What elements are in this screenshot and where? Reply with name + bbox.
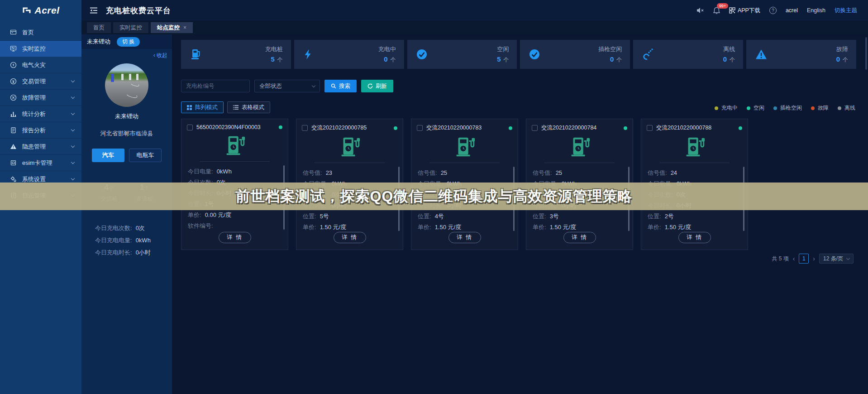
sidebar-item-realtime-monitor[interactable]: 实时监控 [0,41,81,57]
tab-label: 实时监控 [119,24,142,32]
legend-dot [838,106,841,110]
sidebar-item-faults[interactable]: 故障管理 [0,90,81,106]
legend-charging: 充电中 [715,104,738,112]
notification-badge: 99+ [717,3,728,9]
sidebar-item-transactions[interactable]: 交易管理 [0,73,81,90]
sidebar-item-statistics[interactable]: 统计分析 [0,106,81,122]
charging-pillar-decoration [129,74,131,80]
field-value: 1.50 元/度 [435,222,462,233]
search-button-label: 搜索 [339,82,350,90]
switch-station-button[interactable]: 切 换 [117,37,140,47]
field-value: 25 [441,168,447,178]
status-label: 故障 [836,45,848,53]
charger-status-dot [509,126,512,130]
app-download-link[interactable]: APP下载 [729,7,760,14]
next-page-button[interactable]: › [813,255,815,262]
chevron-down-icon [71,79,75,82]
charger-checkbox[interactable] [302,125,308,131]
field-value: 5号 [320,211,329,222]
charger-checkbox[interactable] [647,125,653,131]
page-scrollbar[interactable] [865,37,867,70]
status-card-total-piles: 充电桩 5个 [181,40,291,69]
charger-checkbox[interactable] [417,125,423,131]
charger-checkbox[interactable] [187,125,193,130]
notification-bell-icon[interactable]: 99+ [713,7,720,14]
page-size-select[interactable]: 12 条/页 [819,254,854,264]
prev-page-button[interactable]: ‹ [793,255,795,262]
detail-button[interactable]: 详 情 [678,232,711,243]
table-mode-button[interactable]: 表格模式 [227,101,270,113]
stat-value: 0小时 [136,246,151,259]
mute-icon[interactable] [696,7,704,14]
sidebar-item-label: esim卡管理 [22,159,52,167]
collapse-menu-icon[interactable] [90,7,98,14]
legend-idle: 空闲 [747,104,764,112]
legend-plugged-idle: 插枪空闲 [773,104,802,112]
status-legend: 充电中 空闲 插枪空闲 故障 离线 [715,104,855,112]
status-unit: 个 [843,57,848,63]
username[interactable]: acrel [786,7,798,14]
charging-pile-icon [189,48,203,61]
charger-icon [526,135,633,160]
vehicle-tab-car[interactable]: 汽车 [92,149,124,162]
field-value: 1.50 元/度 [550,222,577,233]
detail-button[interactable]: 详 情 [334,232,366,243]
field-value: 0.00 元/度 [205,210,232,221]
today-stats: 今日充电次数: 0次 今日充电电量: 0kWh 今日充电时长: 0小时 [95,222,151,259]
legend-label: 离线 [844,104,855,112]
gun-id-input[interactable] [181,80,250,92]
status-unit: 个 [503,57,509,63]
current-page-button[interactable]: 1 [799,254,809,264]
charging-pillar-decoration [111,74,114,82]
sidebar-item-electrical-fire[interactable]: 电气火灾 [0,57,81,73]
sidebar-item-label: 实时监控 [22,45,46,53]
status-filter-select[interactable]: 全部状态 [254,80,320,92]
chevron-down-icon [312,83,315,87]
chevron-down-icon [71,128,75,131]
collapse-panel-link[interactable]: ‹ 收起 [81,49,172,62]
sidebar-item-hazards[interactable]: 隐患管理 [0,139,81,155]
charger-checkbox[interactable] [532,125,538,131]
detail-button[interactable]: 详 情 [219,232,251,243]
field-label: 单价: [418,222,431,233]
sidebar-item-home[interactable]: 首页 [0,24,81,41]
station-name: 未来锂动 [87,38,110,46]
tab-label: 首页 [93,24,105,32]
today-charge-count-row: 今日充电次数: 0次 [95,222,151,234]
field-label: 单价: [533,222,546,233]
help-icon[interactable]: ? [769,7,777,14]
charger-id: 交流20210220000783 [426,124,505,132]
title-block: 充电桩收费云平台 [90,0,171,21]
field-label: 单价: [303,222,316,233]
view-mode-toggle: 阵列模式 表格模式 [181,101,270,113]
detail-button[interactable]: 详 情 [448,232,481,243]
charger-status-dot [624,126,627,130]
collapse-arrow-icon: ‹ [153,52,155,58]
language-switch[interactable]: English [807,7,825,14]
grid-mode-button[interactable]: 阵列模式 [181,101,224,113]
sidebar-item-esim[interactable]: esim卡管理 [0,155,81,171]
station-panel: 未来锂动 切 换 ‹ 收起 未来锂动 河北省邯郸市临漳县 汽车 电瓶车 4个 交… [81,34,172,394]
chevron-down-icon [71,144,75,148]
vehicle-tab-ebike[interactable]: 电瓶车 [129,149,162,162]
refresh-button[interactable]: 刷新 [361,80,393,92]
check-circle-icon [415,48,428,61]
tab-label: 站点监控 [157,24,180,32]
collapse-label: 收起 [157,52,167,59]
pagination-total: 共 5 项 [772,255,788,263]
detail-button[interactable]: 详 情 [563,232,596,243]
check-circle-icon [528,48,541,61]
field-label: 信号值: [303,168,322,178]
theme-switch-link[interactable]: 切换主题 [835,7,857,14]
report-icon [10,127,17,134]
tab-station-monitor[interactable]: 站点监控 × [151,22,193,33]
sidebar-item-label: 统计分析 [22,110,46,118]
sidebar-item-reports[interactable]: 报告分析 [0,122,81,139]
search-button[interactable]: 搜索 [324,80,357,92]
field-label: 位置: [303,211,316,222]
stat-label: 今日充电次数: [95,222,132,234]
tab-realtime-monitor[interactable]: 实时监控 [113,22,148,33]
money-icon [10,78,17,85]
tab-close-icon[interactable]: × [183,24,186,31]
tab-home[interactable]: 首页 [87,22,111,33]
